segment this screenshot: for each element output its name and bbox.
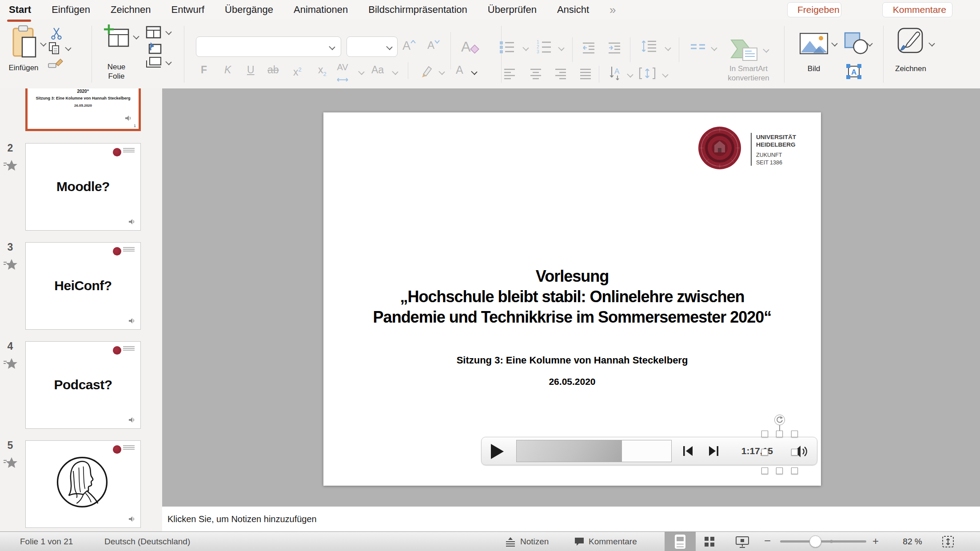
clear-formatting-button[interactable]: A (460, 37, 482, 58)
change-case-chevron[interactable] (392, 68, 398, 75)
strikethrough-button[interactable]: ab (267, 64, 279, 76)
tabs-overflow-icon[interactable]: » (610, 3, 616, 17)
justify-button[interactable] (579, 68, 592, 82)
object-selection[interactable] (765, 434, 794, 471)
section-button[interactable] (146, 56, 162, 70)
slide-thumbnail-4[interactable]: Podcast? (25, 341, 141, 429)
slide-canvas[interactable]: UNIVERSITÄT HEIDELBERG ZUKUNFT SEIT 1386… (323, 112, 821, 486)
copy-button[interactable] (48, 42, 61, 57)
underline-button[interactable]: U (247, 64, 255, 76)
slide-thumbnail-2[interactable]: Moodle? (25, 143, 141, 231)
italic-button[interactable]: K (224, 64, 231, 76)
slide-title[interactable]: Vorlesung „Hochschule bleibt stabil: Onl… (323, 266, 821, 327)
cut-button[interactable] (50, 27, 63, 42)
share-button[interactable]: Freigeben (787, 2, 841, 17)
decrease-font-button[interactable]: A (427, 39, 434, 52)
paste-button[interactable] (12, 25, 37, 60)
notes-placeholder[interactable]: Klicken Sie, um Notizen hinzuzufügen (167, 507, 317, 531)
resize-handle-sw[interactable] (761, 467, 768, 474)
normal-view-button[interactable] (665, 532, 696, 551)
zoom-level[interactable]: 82 % (895, 532, 930, 551)
superscript-button[interactable]: x2 (293, 64, 302, 78)
increase-font-button[interactable]: A (402, 39, 410, 53)
subscript-button[interactable]: x2 (318, 64, 327, 80)
comments-button[interactable]: Kommentare (882, 2, 952, 17)
resize-handle-n[interactable] (776, 431, 783, 437)
decrease-indent-button[interactable] (582, 42, 595, 56)
shapes-button[interactable] (844, 32, 869, 57)
bullets-chevron[interactable] (522, 44, 529, 51)
notes-pane[interactable]: Klicken Sie, um Notizen hinzuzufügen (162, 507, 980, 531)
align-right-button[interactable] (554, 68, 567, 82)
slide-sorter-view-button[interactable] (704, 536, 715, 549)
zoom-slider-thumb[interactable] (809, 535, 821, 547)
tab-animationen[interactable]: Animationen (294, 4, 348, 16)
new-slide-button[interactable] (104, 24, 129, 50)
slide-thumbnail-5[interactable] (25, 440, 141, 528)
increase-indent-button[interactable] (608, 42, 621, 56)
resize-handle-e[interactable] (791, 449, 798, 455)
layout-button[interactable] (146, 26, 162, 41)
font-color-button[interactable]: A (456, 64, 463, 76)
highlight-button[interactable] (420, 65, 433, 79)
spacing-chevron[interactable] (358, 68, 364, 75)
resize-handle-s[interactable] (776, 467, 783, 474)
layout-chevron[interactable] (165, 28, 171, 35)
skip-forward-button[interactable] (708, 445, 719, 459)
change-case-button[interactable]: Aa (371, 64, 384, 76)
zoom-in-button[interactable]: + (872, 532, 879, 551)
slide-subtitle[interactable]: Sitzung 3: Eine Kolumne von Hannah Steck… (323, 355, 821, 366)
tab-uebergaenge[interactable]: Übergänge (225, 4, 273, 16)
section-chevron[interactable] (165, 59, 171, 65)
text-direction-button[interactable]: A (609, 66, 624, 83)
rotate-handle[interactable] (774, 415, 785, 425)
smartart-button[interactable] (729, 36, 758, 64)
slideshow-view-button[interactable] (735, 535, 749, 550)
play-button[interactable] (490, 443, 505, 462)
line-spacing-button[interactable] (641, 39, 657, 55)
highlight-chevron[interactable] (438, 68, 445, 75)
slide-thumbnail-3[interactable]: HeiConf? (25, 242, 141, 330)
smartart-chevron[interactable] (763, 46, 769, 52)
insert-picture-button[interactable] (800, 33, 828, 56)
align-left-button[interactable] (503, 68, 516, 82)
vertical-align-button[interactable] (639, 67, 656, 82)
resize-handle-se[interactable] (791, 467, 798, 474)
zoom-out-button[interactable]: − (764, 532, 771, 551)
audio-progress-bar[interactable] (516, 440, 672, 462)
format-painter-button[interactable] (48, 58, 63, 72)
tab-entwurf[interactable]: Entwurf (171, 4, 205, 16)
paste-menu-chevron[interactable] (40, 40, 46, 46)
notes-toggle[interactable]: Notizen (505, 532, 549, 551)
bullets-button[interactable] (499, 40, 515, 56)
numbering-chevron[interactable] (558, 44, 564, 51)
draw-chevron[interactable] (928, 40, 935, 46)
font-color-chevron[interactable] (471, 68, 477, 75)
line-spacing-chevron[interactable] (665, 44, 671, 51)
columns-chevron[interactable] (711, 44, 717, 51)
tab-zeichnen[interactable]: Zeichnen (111, 4, 151, 16)
fit-to-window-button[interactable] (942, 535, 954, 550)
vertical-align-chevron[interactable] (662, 71, 668, 77)
tab-ansicht[interactable]: Ansicht (557, 4, 589, 16)
tab-bildschirmpraesentation[interactable]: Bildschirmpräsentation (368, 4, 467, 16)
comments-toggle[interactable]: Kommentare (574, 532, 637, 551)
tab-ueberpruefen[interactable]: Überprüfen (488, 4, 537, 16)
resize-handle-w[interactable] (761, 449, 768, 455)
slide-thumbnail-1[interactable]: Pandemie und Technikkrise im Sommersemes… (25, 88, 141, 131)
new-slide-chevron[interactable] (133, 33, 139, 39)
skip-back-button[interactable] (682, 445, 693, 459)
numbering-button[interactable]: 123 (536, 39, 552, 56)
tab-einfuegen[interactable]: Einfügen (52, 4, 90, 16)
language-indicator[interactable]: Deutsch (Deutschland) (104, 532, 190, 551)
slide-date[interactable]: 26.05.2020 (323, 376, 821, 387)
tab-start[interactable]: Start (9, 4, 31, 16)
zoom-slider-track[interactable] (780, 540, 866, 543)
text-box-button[interactable]: A (845, 63, 862, 82)
text-direction-chevron[interactable] (627, 71, 633, 77)
align-center-button[interactable] (530, 68, 542, 82)
resize-handle-ne[interactable] (791, 431, 798, 437)
copy-menu-chevron[interactable] (65, 44, 71, 51)
character-spacing-button[interactable]: AV (336, 61, 349, 84)
columns-button[interactable] (690, 43, 706, 54)
